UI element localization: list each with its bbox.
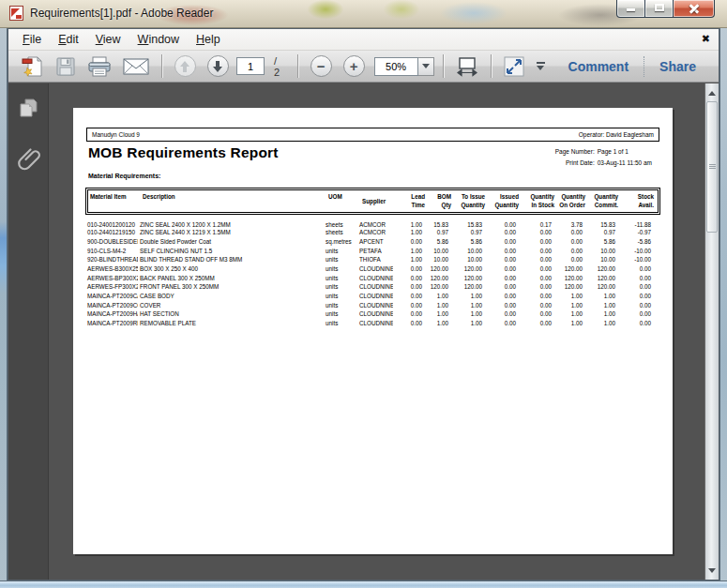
cell-supplier: CLOUDNINE [357, 273, 393, 282]
scroll-mode-button[interactable] [452, 53, 482, 80]
email-button[interactable] [119, 53, 153, 80]
caret-icon [537, 62, 545, 64]
menu-help[interactable]: Help [188, 30, 229, 49]
cell-bom-qty: 5.86 [424, 237, 450, 247]
table-header: Material Item Description UOM Supplier L… [85, 188, 660, 215]
close-button[interactable] [673, 0, 715, 18]
table-row: MAINCA-PT2009CASEB CASE BODY units CLOUD… [85, 292, 653, 301]
table-row: AERWES-BP300X250 BACK PANEL 300 X 250MM … [85, 273, 653, 282]
cell-uom: sq.metres [324, 237, 357, 247]
cell-bom-qty: 1.00 [424, 300, 450, 309]
sidebar-pages-button[interactable] [14, 95, 42, 123]
cell-on-order: 0.00 [553, 246, 584, 255]
scroll-down-button[interactable] [705, 563, 719, 578]
page-number-input[interactable] [236, 57, 265, 75]
cell-commit: 1.00 [584, 300, 617, 309]
zoom-level-value[interactable]: 50% [374, 57, 418, 76]
table-row: 920-BLINDTHREADSO-8 BLIND THREAD STAND O… [85, 255, 653, 264]
cell-bom-qty: 120.00 [424, 282, 450, 292]
cell-on-order: 120.00 [553, 282, 584, 292]
zoom-out-button[interactable]: − [307, 53, 336, 80]
create-pdf-icon [21, 55, 44, 78]
cell-material-item: 010-24401219150 [85, 228, 138, 237]
menu-view[interactable]: View [87, 30, 129, 49]
menu-window[interactable]: Window [129, 30, 188, 49]
cell-stock-avail: -10.00 [617, 255, 653, 264]
scrollbar-grip-icon [709, 164, 716, 165]
col-commit: Quantity Commit. [587, 190, 620, 212]
col-stock-avail: Stock Avail. [620, 190, 656, 212]
cell-issued: 0.00 [484, 300, 518, 309]
vertical-scrollbar[interactable] [704, 83, 719, 580]
cell-on-order: 1.00 [553, 319, 584, 328]
col-description: Description [141, 190, 326, 212]
titlebar[interactable]: Requirements[1].pdf - Adobe Reader [0, 0, 727, 28]
tools-overflow-button[interactable] [532, 53, 550, 80]
cell-supplier: CLOUDNINE [357, 264, 393, 274]
save-button[interactable] [52, 53, 80, 80]
page-number-value: Page 1 of 1 [598, 148, 652, 155]
col-on-order: Quantity On Order [556, 190, 587, 212]
cell-issued: 0.00 [484, 237, 518, 247]
table-row: 910-CLS-M4-2 SELF CLINCHING NUT 1.5 unit… [85, 246, 653, 255]
window-frame-bottom [0, 580, 727, 588]
document-pane: Manudyn Cloud 9 Operator: David Eaglesha… [49, 83, 704, 580]
col-issued: Issued Quantity [487, 190, 521, 212]
comment-button[interactable]: Comment [557, 59, 641, 74]
cell-issued: 0.00 [484, 282, 518, 292]
cell-lead-time: 0.00 [393, 319, 424, 328]
maximize-button[interactable] [644, 0, 674, 18]
sidebar-attachments-button[interactable] [14, 143, 42, 172]
minimize-button[interactable] [616, 0, 645, 18]
cell-in-stock: 0.00 [518, 292, 553, 301]
operator-value: David Eaglesham [606, 131, 654, 138]
scrollbar-thumb[interactable] [706, 101, 718, 233]
menu-file[interactable]: File [14, 30, 50, 49]
cell-supplier: CLOUDNINE [357, 309, 393, 319]
cell-to-issue: 0.97 [450, 228, 484, 237]
zoom-dropdown-button[interactable] [418, 57, 434, 76]
cell-supplier: CLOUDNINE [357, 282, 393, 292]
cell-material-item: AERWES-FP300X250 [85, 282, 138, 292]
operator-label: Operator: [579, 131, 604, 138]
cell-in-stock: 0.00 [518, 300, 553, 309]
cell-description: CASE BODY [138, 292, 324, 301]
create-pdf-button[interactable] [17, 53, 48, 80]
cell-in-stock: 0.00 [518, 282, 553, 292]
cell-stock-avail: 0.00 [617, 292, 653, 301]
cell-stock-avail: 0.00 [617, 273, 653, 282]
cell-to-issue: 1.00 [450, 309, 484, 319]
print-button[interactable] [83, 53, 115, 80]
cell-bom-qty: 15.83 [424, 219, 450, 228]
scroll-down-icon [708, 568, 716, 573]
section-label: Material Requirements: [88, 173, 160, 179]
next-page-button[interactable] [204, 53, 233, 80]
cell-lead-time: 0.00 [393, 292, 424, 301]
previous-page-button[interactable] [171, 53, 200, 80]
menubar-close-button[interactable]: ✖ [702, 33, 710, 45]
cell-lead-time: 0.00 [393, 273, 424, 282]
table-row: MAINCA-PT2009HATSEI HAT SECTION units CL… [85, 309, 653, 319]
col-lead-time: Lead Time [396, 190, 427, 212]
cell-description: COVER [138, 300, 324, 309]
cell-commit: 15.83 [584, 219, 617, 228]
cell-stock-avail: 0.00 [617, 282, 653, 292]
cell-on-order: 1.00 [553, 309, 584, 319]
zoom-in-button[interactable]: + [340, 53, 369, 80]
cell-material-item: 910-CLS-M4-2 [85, 246, 138, 255]
plus-icon: + [350, 59, 358, 73]
cell-in-stock: 0.00 [518, 309, 553, 319]
cell-in-stock: 0.00 [518, 255, 553, 264]
menu-edit[interactable]: Edit [50, 30, 87, 49]
cell-on-order: 0.00 [553, 255, 584, 264]
scroll-up-button[interactable] [705, 85, 719, 100]
cell-bom-qty: 10.00 [424, 246, 450, 255]
print-date-value: 03-Aug-11 11:50 am [598, 159, 652, 166]
cell-on-order: 1.00 [553, 300, 584, 309]
share-button[interactable]: Share [648, 59, 707, 74]
table-row: MAINCA-PT2009REMOV REMOVABLE PLATE units… [85, 319, 653, 328]
cell-commit: 10.00 [584, 255, 617, 264]
cell-description: BLIND THREAD STAND OFF M3 8MM [138, 255, 324, 264]
cell-lead-time: 0.00 [393, 300, 424, 309]
fullscreen-button[interactable] [500, 53, 528, 80]
